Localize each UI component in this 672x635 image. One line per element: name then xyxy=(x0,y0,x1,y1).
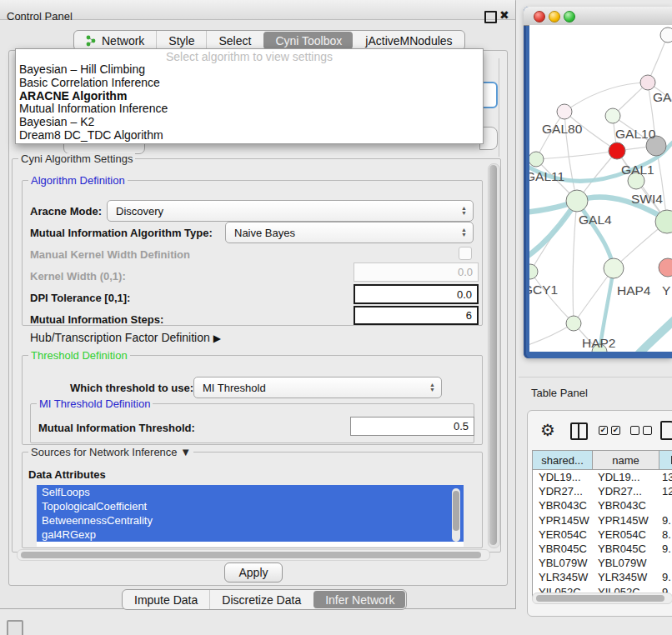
dpi-tolerance-field[interactable]: 0.0 xyxy=(354,284,479,304)
mi-threshold-field[interactable]: 0.5 xyxy=(350,417,474,436)
network-node[interactable] xyxy=(660,28,672,42)
table-cell: YBL079W xyxy=(593,557,659,569)
network-node[interactable] xyxy=(529,152,544,167)
network-node[interactable] xyxy=(557,104,572,119)
table-cell: YLR345W xyxy=(593,571,659,583)
scrollbar-thumb[interactable] xyxy=(21,552,481,558)
algorithm-dropdown-placeholder: Select algorithm to view settings xyxy=(16,49,483,63)
tab-network[interactable]: Network xyxy=(74,31,156,50)
data-attribute-item[interactable]: TopologicalCoefficient xyxy=(37,499,464,513)
algorithm-option[interactable]: Bayesian – Hill Climbing xyxy=(16,63,483,77)
table-cell: 9. xyxy=(659,571,672,583)
hub-definition-disclosure[interactable]: Hub/Transcription Factor Definition ▶ xyxy=(30,331,221,344)
algorithm-option[interactable]: Bayesian – K2 xyxy=(16,116,483,129)
table-row[interactable]: YDR27...YDR27...12 xyxy=(533,484,672,498)
gear-icon[interactable]: ⚙ xyxy=(540,420,555,440)
node-label: GAL11 xyxy=(529,169,564,183)
threshold-definition-title: Threshold Definition xyxy=(28,350,130,361)
checked-box-icon[interactable]: ✔ xyxy=(611,426,620,435)
settings-vertical-scrollbar[interactable] xyxy=(488,163,500,548)
sources-group-title[interactable]: Sources for Network Inference ▼ xyxy=(28,447,193,458)
table-cell: 8. xyxy=(659,528,672,541)
mi-steps-label: Mutual Information Steps: xyxy=(30,313,163,326)
tab-jactivemnodules[interactable]: jActiveMNodules xyxy=(354,31,464,50)
algorithm-option[interactable]: ARACNE Algorithm xyxy=(16,90,483,103)
table-panel-divider xyxy=(519,377,672,378)
close-traffic-light-icon[interactable] xyxy=(534,11,545,22)
network-window-titlebar xyxy=(524,7,672,26)
data-attribute-item[interactable]: gal4RGexp xyxy=(37,528,464,542)
network-node[interactable] xyxy=(566,316,581,331)
unchecked-box-icon[interactable] xyxy=(643,426,652,435)
dpi-tolerance-label: DPI Tolerance [0,1]: xyxy=(30,292,130,304)
table-header-row: shared...name xyxy=(533,451,672,470)
table-cell: YER054C xyxy=(533,528,593,541)
table-cell: YDL19... xyxy=(593,471,659,483)
algorithm-option[interactable]: Mutual Information Inference xyxy=(16,102,483,116)
combo-arrows-icon: ▲▼ xyxy=(461,201,467,221)
data-attribute-item[interactable]: BetweennessCentrality xyxy=(37,513,464,528)
table-row[interactable]: YER054CYER054C8. xyxy=(533,528,672,542)
table-column-header[interactable]: shared... xyxy=(533,451,593,469)
table-column-header[interactable]: name xyxy=(593,451,659,469)
network-nodes[interactable] xyxy=(529,28,672,352)
network-node[interactable] xyxy=(640,75,655,90)
tab-cyni-toolbox[interactable]: Cyni Toolbox xyxy=(263,32,353,49)
bottom-tab-impute-data[interactable]: Impute Data xyxy=(123,590,209,609)
unchecked-box-icon[interactable] xyxy=(630,426,639,435)
table-body: YDL19...YDL19...13YDR27...YDR27...12YBR0… xyxy=(533,470,672,599)
tab-select[interactable]: Select xyxy=(206,31,263,50)
table-cell: YPR145W xyxy=(593,514,659,527)
file-icon[interactable] xyxy=(660,421,672,440)
checked-box-icon[interactable]: ✔ xyxy=(599,426,608,435)
network-node[interactable] xyxy=(605,108,620,123)
table-cell: YBR045C xyxy=(533,542,593,555)
which-threshold-value: MI Threshold xyxy=(203,382,266,394)
minimize-traffic-light-icon[interactable] xyxy=(549,11,560,22)
table-row[interactable]: YDL19...YDL19...13 xyxy=(533,470,672,484)
panel-grip-icon[interactable] xyxy=(7,620,23,635)
table-row[interactable]: YBL079WYBL079W xyxy=(533,556,672,570)
table-row[interactable]: YBR043CYBR043C xyxy=(533,498,672,512)
list-vertical-scrollbar[interactable] xyxy=(452,488,460,542)
data-attributes-label: Data Attributes xyxy=(28,468,106,481)
network-canvas[interactable]: GALGAL80GAL10GAL1GAL11SWI4GAL4GCY1HAP4YH… xyxy=(529,25,672,352)
kernel-width-field[interactable]: 0.0 xyxy=(354,262,479,282)
network-node[interactable] xyxy=(659,258,672,277)
table-row[interactable]: YLR345WYLR345W9. xyxy=(533,570,672,584)
float-window-icon[interactable] xyxy=(484,11,497,23)
table-row[interactable]: YBR045CYBR045C9. xyxy=(533,542,672,556)
scrollbar-thumb[interactable] xyxy=(489,165,497,545)
manual-kernel-label: Manual Kernel Width Definition xyxy=(30,248,190,261)
algorithm-option[interactable]: Dream8 DC_TDC Algorithm xyxy=(16,129,483,142)
table-cell: YPR145W xyxy=(533,514,593,527)
close-icon[interactable]: ✖ xyxy=(499,8,509,22)
network-node[interactable] xyxy=(609,142,625,159)
mi-type-combobox[interactable]: Naive Bayes ▲▼ xyxy=(225,222,474,243)
tab-style[interactable]: Style xyxy=(156,31,206,50)
cyni-bottom-tab-bar: Impute DataDiscretize DataInfer Network xyxy=(122,589,407,610)
scrollbar-thumb[interactable] xyxy=(453,491,459,531)
scrollbar-thumb[interactable] xyxy=(536,595,664,602)
network-node[interactable] xyxy=(604,258,624,278)
zoom-traffic-light-icon[interactable] xyxy=(564,11,575,22)
hidden-group-border xyxy=(499,58,499,157)
bottom-tab-infer-network[interactable]: Infer Network xyxy=(313,591,405,608)
table-row[interactable]: YPR145WYPR145W9. xyxy=(533,513,672,528)
which-threshold-combobox[interactable]: MI Threshold ▲▼ xyxy=(193,377,442,398)
algorithm-option[interactable]: Basic Correlation Inference xyxy=(16,77,483,90)
bottom-tab-discretize-data[interactable]: Discretize Data xyxy=(209,590,313,609)
data-attribute-item[interactable]: SelfLoops xyxy=(37,485,464,499)
aracne-mode-combobox[interactable]: Discovery ▲▼ xyxy=(107,200,474,222)
which-threshold-label: Which threshold to use: xyxy=(70,382,193,394)
apply-button[interactable]: Apply xyxy=(224,562,283,582)
network-node[interactable] xyxy=(529,264,538,279)
mi-steps-field[interactable]: 6 xyxy=(354,306,479,325)
settings-horizontal-scrollbar[interactable] xyxy=(17,549,490,561)
split-pane-icon[interactable] xyxy=(570,422,588,440)
manual-kernel-checkbox[interactable] xyxy=(459,247,472,260)
table-horizontal-scrollbar[interactable] xyxy=(532,592,672,604)
network-node[interactable] xyxy=(566,190,588,212)
table-column-header[interactable] xyxy=(659,451,672,469)
table-cell: YLR345W xyxy=(533,571,593,583)
